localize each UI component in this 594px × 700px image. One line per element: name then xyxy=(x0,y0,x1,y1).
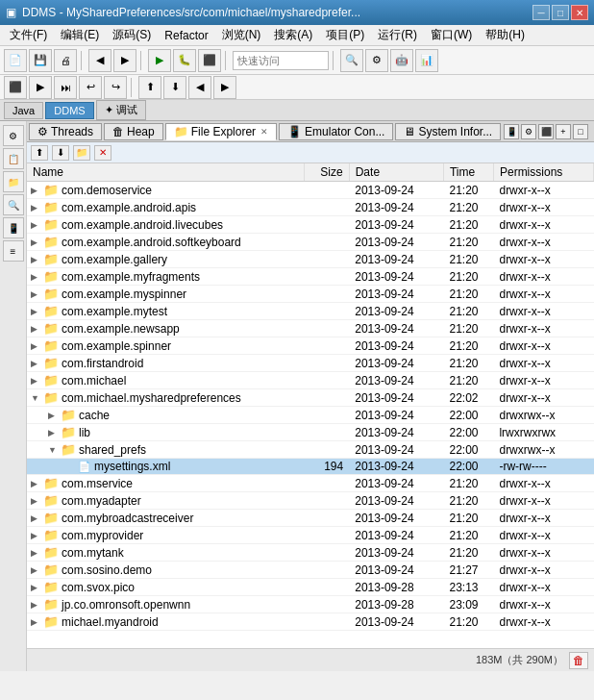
quick-access-input[interactable] xyxy=(233,51,329,70)
table-row[interactable]: ▶📁com.example.gallery2013-09-2421:20drwx… xyxy=(27,251,594,268)
tb2-btn2[interactable]: ▶ xyxy=(29,76,52,99)
expand-arrow-icon[interactable]: ▼ xyxy=(48,445,58,455)
sidebar-icon-5[interactable]: 📱 xyxy=(3,217,24,238)
table-row[interactable]: ▶📁com.firstandroid2013-09-2421:20drwxr-x… xyxy=(27,355,594,372)
expand-arrow-icon[interactable]: ▶ xyxy=(31,324,40,334)
expand-arrow-icon[interactable]: ▶ xyxy=(31,272,40,282)
table-row[interactable]: ▶📁cache2013-09-2422:00drwxrwx--x xyxy=(27,407,594,424)
status-delete-button[interactable]: 🗑 xyxy=(569,652,588,669)
file-explorer-close[interactable]: ✕ xyxy=(260,127,268,137)
panel-ctrl-maximize[interactable]: □ xyxy=(573,124,588,139)
table-row[interactable]: ▶📁com.example.myspinner2013-09-2421:20dr… xyxy=(27,286,594,303)
table-row[interactable]: ▶📁jp.co.omronsoft.openwnn2013-09-2823:09… xyxy=(27,596,594,613)
table-row[interactable]: ▶📁com.example.spinner2013-09-2421:20drwx… xyxy=(27,338,594,355)
panel-ctrl-settings[interactable]: ⚙ xyxy=(521,124,536,139)
menu-help[interactable]: 帮助(H) xyxy=(480,25,531,45)
table-row[interactable]: ▶📁com.example.myfragments2013-09-2421:20… xyxy=(27,268,594,286)
tb-print-button[interactable]: 🖨 xyxy=(54,49,77,72)
tb-forward-button[interactable]: ▶ xyxy=(113,49,136,72)
expand-arrow-icon[interactable]: ▶ xyxy=(31,479,40,488)
menu-edit[interactable]: 编辑(E) xyxy=(55,25,105,45)
expand-arrow-icon[interactable]: ▶ xyxy=(31,359,40,368)
tb2-btn4[interactable]: ↩ xyxy=(79,76,102,99)
expand-arrow-icon[interactable]: ▶ xyxy=(31,220,40,230)
persp-tab-ddms[interactable]: DDMS xyxy=(45,102,93,119)
panel-ctrl-add[interactable]: + xyxy=(556,124,571,139)
table-row[interactable]: 📄mysettings.xml1942013-09-2422:00-rw-rw-… xyxy=(27,459,594,475)
expand-arrow-icon[interactable]: ▶ xyxy=(31,203,40,212)
table-row[interactable]: ▶📁com.example.mytest2013-09-2421:20drwxr… xyxy=(27,303,594,320)
expand-arrow-icon[interactable]: ▶ xyxy=(31,565,40,575)
menu-search[interactable]: 搜索(A) xyxy=(268,25,318,45)
persp-tab-java[interactable]: Java xyxy=(4,102,43,119)
expand-arrow-icon[interactable]: ▶ xyxy=(31,513,40,523)
menu-source[interactable]: 源码(S) xyxy=(107,25,157,45)
table-row[interactable]: ▶📁com.myprovider2013-09-2421:20drwxr-x--… xyxy=(27,527,594,544)
sidebar-icon-6[interactable]: ≡ xyxy=(3,240,24,262)
fe-delete-button[interactable]: ✕ xyxy=(94,145,111,161)
tb-settings-button[interactable]: ⚙ xyxy=(365,49,388,72)
expand-arrow-icon[interactable]: ▶ xyxy=(31,186,40,195)
tb2-btn7[interactable]: ⬇ xyxy=(163,76,186,99)
table-row[interactable]: ▶📁com.example.android.softkeyboard2013-0… xyxy=(27,234,594,251)
sidebar-icon-3[interactable]: 📁 xyxy=(3,171,24,192)
col-name[interactable]: Name xyxy=(27,163,305,182)
table-row[interactable]: ▶📁com.demoservice2013-09-2421:20drwxr-x-… xyxy=(27,182,594,199)
fe-new-folder-button[interactable]: 📁 xyxy=(73,145,90,161)
sidebar-icon-2[interactable]: 📋 xyxy=(3,148,24,169)
tab-system-info[interactable]: 🖥 System Infor... xyxy=(395,123,501,140)
fe-push-button[interactable]: ⬇ xyxy=(52,145,69,161)
table-row[interactable]: ▶📁michael.myandroid2013-09-2421:20drwxr-… xyxy=(27,613,594,631)
expand-arrow-icon[interactable]: ▶ xyxy=(31,376,40,386)
fe-pull-button[interactable]: ⬆ xyxy=(31,145,48,161)
tab-file-explorer[interactable]: 📁 File Explorer ✕ xyxy=(165,123,277,140)
col-size[interactable]: Size xyxy=(305,163,349,182)
menu-file[interactable]: 文件(F) xyxy=(4,25,53,45)
col-permissions[interactable]: Permissions xyxy=(493,163,593,182)
table-row[interactable]: ▶📁com.example.android.livecubes2013-09-2… xyxy=(27,216,594,234)
expand-arrow-icon[interactable]: ▶ xyxy=(31,496,40,506)
tab-emulator[interactable]: 📱 Emulator Con... xyxy=(279,123,393,140)
expand-arrow-icon[interactable]: ▶ xyxy=(31,255,40,264)
tb2-btn8[interactable]: ◀ xyxy=(188,76,211,99)
expand-arrow-icon[interactable]: ▶ xyxy=(48,411,58,420)
tb2-btn6[interactable]: ⬆ xyxy=(138,76,161,99)
table-row[interactable]: ▶📁com.sosino.demo2013-09-2421:27drwxr-x-… xyxy=(27,562,594,579)
table-row[interactable]: ▶📁lib2013-09-2422:00lrwxrwxrwx xyxy=(27,424,594,441)
file-explorer[interactable]: ⬆ ⬇ 📁 ✕ Name Size Date Time Permissions xyxy=(27,142,594,648)
tb-android-button[interactable]: 🤖 xyxy=(390,49,413,72)
table-row[interactable]: ▶📁com.mybroadcastreceiver2013-09-2421:20… xyxy=(27,510,594,527)
close-button[interactable]: ✕ xyxy=(571,5,588,20)
panel-ctrl-device[interactable]: 📱 xyxy=(504,124,519,139)
menu-navigate[interactable]: 浏览(N) xyxy=(216,25,267,45)
tb2-btn1[interactable]: ⬛ xyxy=(4,76,27,99)
table-row[interactable]: ▶📁com.mytank2013-09-2421:20drwxr-x--x xyxy=(27,544,594,562)
expand-arrow-icon[interactable]: ▶ xyxy=(31,583,40,592)
table-row[interactable]: ▶📁com.svox.pico2013-09-2823:13drwxr-x--x xyxy=(27,579,594,596)
tb2-btn3[interactable]: ⏭ xyxy=(54,76,77,99)
table-row[interactable]: ▼📁com.michael.mysharedpreferences2013-09… xyxy=(27,389,594,407)
panel-ctrl-minimize[interactable]: ⬛ xyxy=(538,124,554,139)
tab-heap[interactable]: 🗑 Heap xyxy=(104,123,163,140)
expand-arrow-icon[interactable]: ▶ xyxy=(31,531,40,540)
tb2-btn5[interactable]: ↪ xyxy=(104,76,127,99)
col-date[interactable]: Date xyxy=(349,163,443,182)
menu-project[interactable]: 项目(P) xyxy=(320,25,370,45)
table-row[interactable]: ▼📁shared_prefs2013-09-2422:00drwxrwx--x xyxy=(27,441,594,459)
minimize-button[interactable]: ─ xyxy=(532,5,550,20)
table-row[interactable]: ▶📁com.example.newsapp2013-09-2421:20drwx… xyxy=(27,320,594,338)
tb-save-button[interactable]: 💾 xyxy=(29,49,52,72)
persp-tab-debug[interactable]: ✦ 调试 xyxy=(96,100,146,120)
table-row[interactable]: ▶📁com.mservice2013-09-2421:20drwxr-x--x xyxy=(27,475,594,492)
tb-ddms-button[interactable]: 📊 xyxy=(415,49,438,72)
tb-debug-button[interactable]: 🐛 xyxy=(173,49,196,72)
menu-window[interactable]: 窗口(W) xyxy=(425,25,478,45)
tb-back-button[interactable]: ◀ xyxy=(88,49,111,72)
expand-arrow-icon[interactable]: ▶ xyxy=(31,617,40,627)
maximize-button[interactable]: □ xyxy=(552,5,569,20)
expand-arrow-icon[interactable]: ▶ xyxy=(31,341,40,351)
table-row[interactable]: ▶📁com.example.android.apis2013-09-2421:2… xyxy=(27,199,594,216)
expand-arrow-icon[interactable]: ▶ xyxy=(31,307,40,316)
expand-arrow-icon[interactable]: ▶ xyxy=(31,238,40,247)
sidebar-icon-4[interactable]: 🔍 xyxy=(3,194,24,215)
